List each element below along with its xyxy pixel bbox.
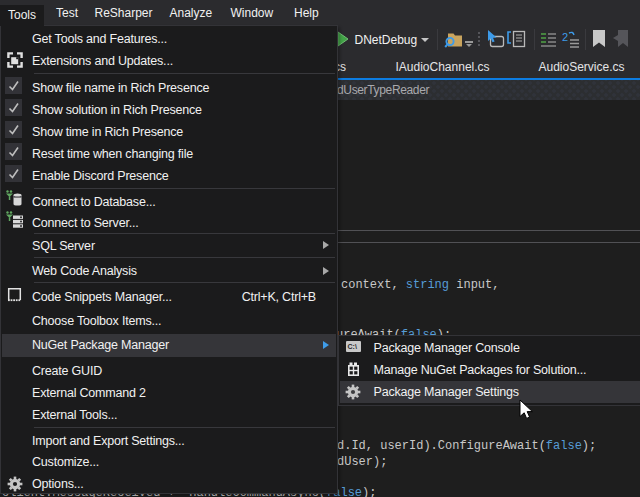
svg-text:2: 2 — [562, 31, 568, 43]
svg-text:C:\: C:\ — [347, 343, 356, 350]
